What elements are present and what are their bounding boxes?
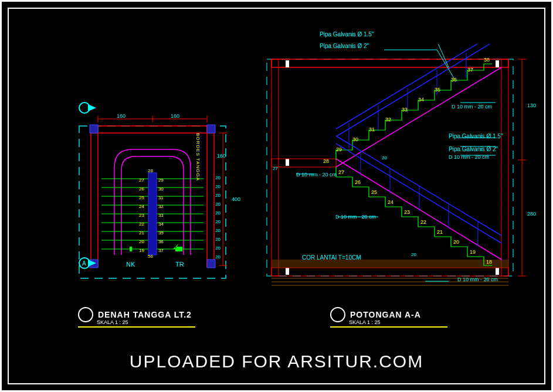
label-rebar: D 10 mm - 20 cm xyxy=(452,104,492,110)
label-bordes: BORDES TANGGA xyxy=(195,133,201,181)
section-step: 18 xyxy=(486,259,492,265)
dim-130: 130 xyxy=(527,103,536,108)
section-cut-arrow xyxy=(76,100,100,123)
section-scale: SKALA 1 : 25 xyxy=(349,319,381,325)
step-28: 28 xyxy=(148,168,153,173)
dim-280: 280 xyxy=(527,211,536,217)
cad-frame: A 160 160 400 160 BORDES TANGGA 28 27292… xyxy=(0,0,553,392)
cad-canvas: A 160 160 400 160 BORDES TANGGA 28 27292… xyxy=(8,8,545,384)
plan-step-row: 2432 xyxy=(139,204,164,209)
svg-rect-40 xyxy=(286,159,289,166)
title-bullet-icon xyxy=(78,307,93,322)
dim-160: 160 xyxy=(217,153,226,159)
plan-title-row: DENAH TANGGA LT.2 xyxy=(78,307,192,322)
svg-rect-3 xyxy=(207,126,214,267)
dim-20: 20 xyxy=(215,210,220,216)
section-step: 27 xyxy=(338,169,344,175)
section-step: 38 xyxy=(484,57,490,63)
section-step: 22 xyxy=(420,219,426,225)
dim-20: 20 xyxy=(215,246,220,251)
label-tr: TR xyxy=(175,261,184,268)
dim-20: 20 xyxy=(215,202,220,207)
title-bullet-icon xyxy=(330,307,345,322)
plan-step-row: 1937 xyxy=(139,248,164,253)
dim-20: 20 xyxy=(215,237,220,242)
section-step: 23 xyxy=(404,209,410,215)
dim-27: 27 xyxy=(273,166,278,171)
label-floor: COR LANTAI T=10CM xyxy=(302,254,361,261)
svg-rect-39 xyxy=(496,268,499,275)
svg-text:A: A xyxy=(82,260,86,267)
svg-line-50 xyxy=(336,44,496,129)
section-step: 20 xyxy=(453,239,459,245)
step-56: 56 xyxy=(148,254,153,259)
svg-marker-18 xyxy=(126,243,132,251)
title-underline xyxy=(330,326,447,328)
plan-step-row: 2729 xyxy=(139,178,164,183)
section-cut-arrow: A xyxy=(76,255,100,278)
section-step: 26 xyxy=(355,179,361,185)
svg-line-64 xyxy=(437,44,449,67)
plan-step-row: 2333 xyxy=(139,213,164,218)
svg-rect-33 xyxy=(272,59,508,67)
plan-step-row: 2234 xyxy=(139,221,164,227)
section-step: 35 xyxy=(435,87,440,93)
svg-rect-4 xyxy=(90,125,98,133)
section-step: 25 xyxy=(371,189,377,195)
section-step: 36 xyxy=(451,77,457,83)
dim-20: 20 xyxy=(215,254,220,260)
section-step: 32 xyxy=(385,117,391,122)
label-pipe15b: Pipa Galvanis Ø 1.5" xyxy=(449,133,503,139)
svg-marker-30 xyxy=(88,260,96,267)
label-rebar3: D 10 mm - 20 cm xyxy=(296,172,337,178)
label-pipe2b: Pipa Galvanis Ø 2" xyxy=(449,146,498,152)
svg-marker-19 xyxy=(173,243,182,251)
label-nk: NK xyxy=(126,261,135,268)
title-underline xyxy=(78,326,195,328)
label-rebar5: D 10 mm - 20 cm xyxy=(457,277,498,282)
svg-rect-42 xyxy=(272,268,508,276)
label-pipe15: Pipa Galvanis Ø 1.5" xyxy=(320,31,374,38)
svg-rect-37 xyxy=(496,60,499,67)
svg-line-49 xyxy=(336,44,496,137)
section-step: 31 xyxy=(369,127,375,132)
plan-step-row: 2036 xyxy=(139,239,164,244)
label-pipe2: Pipa Galvanis Ø 2" xyxy=(320,43,369,49)
svg-rect-5 xyxy=(207,125,215,133)
step-28-section: 28 xyxy=(323,158,329,164)
plan-step-row: 2630 xyxy=(139,186,164,192)
svg-rect-2 xyxy=(91,126,98,267)
section-step: 37 xyxy=(467,67,473,73)
svg-marker-28 xyxy=(88,104,96,111)
dim-20: 20 xyxy=(215,184,220,189)
dim-20: 20 xyxy=(215,193,220,198)
svg-rect-36 xyxy=(286,60,289,67)
section-step: 29 xyxy=(336,146,342,152)
watermark: UPLOADED FOR ARSITUR.COM xyxy=(9,352,544,371)
plan-step-row: 2135 xyxy=(139,230,164,236)
plan-title: DENAH TANGGA LT.2 xyxy=(98,310,192,319)
section-title: POTONGAN A-A xyxy=(350,310,421,319)
label-rebar4: D 10 mm - 20 cm xyxy=(335,214,376,220)
dim-20: 20 xyxy=(215,175,220,180)
dim-160: 160 xyxy=(171,113,179,119)
svg-rect-46 xyxy=(272,260,508,268)
section-step: 34 xyxy=(418,97,424,103)
section-step: 19 xyxy=(470,249,476,255)
plan-step-row: 2531 xyxy=(139,195,164,200)
label-rebar2: D 10 mm - 20 cm xyxy=(449,154,489,160)
svg-rect-32 xyxy=(267,59,513,276)
dim-160: 160 xyxy=(117,113,125,119)
svg-rect-38 xyxy=(286,268,289,275)
section-step: 30 xyxy=(352,137,358,142)
svg-rect-7 xyxy=(207,260,215,268)
dim-400: 400 xyxy=(232,196,240,202)
dim-20b: 20 xyxy=(411,252,416,257)
svg-rect-1 xyxy=(91,126,214,133)
svg-rect-35 xyxy=(501,59,508,276)
section-step: 24 xyxy=(388,199,393,205)
dim-20: 20 xyxy=(382,155,387,161)
dim-20: 20 xyxy=(215,228,220,233)
section-step: 21 xyxy=(437,229,443,235)
dim-20: 20 xyxy=(215,219,220,224)
